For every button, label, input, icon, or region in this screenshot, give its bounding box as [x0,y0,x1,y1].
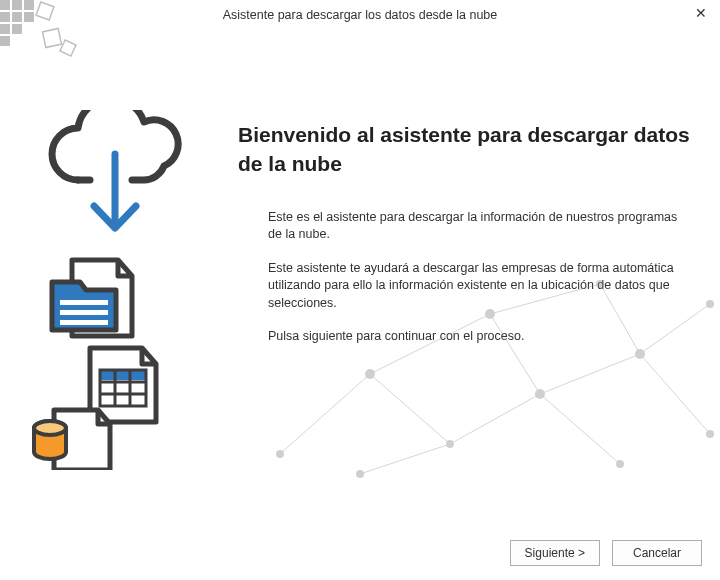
svg-rect-3 [0,12,10,22]
window-title: Asistente para descargar los datos desde… [0,0,720,30]
text-column: Bienvenido al asistente para descargar d… [230,60,690,530]
svg-point-43 [706,300,714,308]
cloud-download-icon [30,110,200,470]
svg-rect-2 [24,0,34,10]
content-area: Bienvenido al asistente para descargar d… [0,30,720,530]
cancel-button[interactable]: Cancelar [612,540,702,566]
wizard-paragraph-2: Este asistente te ayudará a descargar la… [268,260,690,313]
svg-rect-9 [36,2,54,20]
svg-rect-13 [60,300,108,305]
svg-rect-14 [60,310,108,315]
wizard-heading: Bienvenido al asistente para descargar d… [238,120,690,179]
svg-rect-4 [12,12,22,22]
svg-point-23 [34,421,66,435]
svg-rect-5 [24,12,34,22]
svg-rect-15 [60,320,108,325]
illustration-column [30,60,230,530]
titlebar: Asistente para descargar los datos desde… [0,0,720,30]
wizard-paragraph-1: Este es el asistente para descargar la i… [268,209,690,244]
svg-rect-1 [12,0,22,10]
next-button[interactable]: Siguiente > [510,540,600,566]
svg-rect-0 [0,0,10,10]
close-button[interactable]: ✕ [690,2,712,24]
svg-point-45 [706,430,714,438]
wizard-paragraph-3: Pulsa siguiente para continuar con el pr… [268,328,690,346]
button-row: Siguiente > Cancelar [510,540,702,566]
